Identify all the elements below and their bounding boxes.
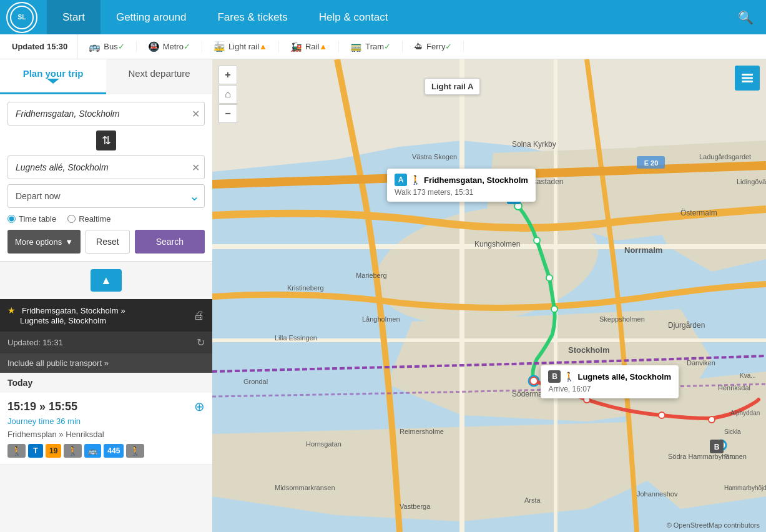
realtime-radio[interactable] xyxy=(67,215,76,223)
walk-icon-a: 🚶 xyxy=(410,175,421,185)
zoom-out-button[interactable]: − xyxy=(219,104,237,123)
svg-text:Grondal: Grondal xyxy=(243,378,268,385)
zoom-home-button[interactable]: ⌂ xyxy=(219,85,237,104)
svg-text:Långholmen: Långholmen xyxy=(362,315,400,323)
reset-button[interactable]: Reset xyxy=(86,230,130,254)
updated-info: Updated 15:30 xyxy=(0,34,77,59)
svg-text:Sickla: Sickla xyxy=(724,428,741,435)
nav-start[interactable]: Start xyxy=(47,0,101,34)
route-info: ★ Fridhemsgatan, Stockholm » Lugnets all… xyxy=(7,305,125,325)
filter-label: Include all public transport » xyxy=(7,358,109,368)
nav-getting-around[interactable]: Getting around xyxy=(101,0,202,34)
swap-button[interactable]: ⇅ xyxy=(96,131,116,150)
tab-next-label: Next departure xyxy=(128,68,190,79)
marker-b: B xyxy=(548,370,561,383)
radio-row: Time table Realtime xyxy=(7,214,205,224)
realtime-label: Realtime xyxy=(79,214,110,224)
buttons-row: More options ▼ Reset Search xyxy=(7,230,205,254)
collapse-area: ▲ xyxy=(0,262,212,299)
walk-badge-1: 🚶 xyxy=(7,444,26,458)
route-to: Lugnets allé, Stockholm xyxy=(20,316,106,325)
star-icon: ★ xyxy=(7,305,16,315)
tabs: Plan your trip Next departure xyxy=(0,59,212,94)
map-layers-button[interactable] xyxy=(735,66,760,91)
lightrail-popup-label: Light rail A xyxy=(431,82,473,91)
transport-rail[interactable]: 🚂 Rail ▲ xyxy=(279,41,339,52)
realtime-option[interactable]: Realtime xyxy=(67,214,110,224)
svg-text:Ladugårdsgardet: Ladugårdsgardet xyxy=(699,153,751,160)
depart-row: Depart now Depart at Arrive by ⌄ xyxy=(7,184,205,208)
transport-metro[interactable]: 🚇 Metro ✓ xyxy=(137,41,202,52)
zoom-in-button[interactable]: + xyxy=(219,66,237,84)
svg-point-10 xyxy=(546,275,552,281)
svg-text:Kva...: Kva... xyxy=(740,372,756,379)
from-input[interactable] xyxy=(7,102,205,126)
logo[interactable]: SL xyxy=(6,2,37,33)
svg-point-15 xyxy=(659,412,665,418)
svg-point-16 xyxy=(709,416,715,423)
more-options-button[interactable]: More options ▼ xyxy=(7,230,81,254)
updated-trip-label: Updated: 15:31 xyxy=(7,338,63,347)
trip-filter[interactable]: Include all public transport » xyxy=(0,353,212,373)
timetable-radio[interactable] xyxy=(7,215,16,223)
to-clear-icon[interactable]: ✕ xyxy=(192,162,200,174)
bus-label: Bus xyxy=(104,42,117,51)
sidebar: Plan your trip Next departure ✕ ⇅ ✕ xyxy=(0,59,212,532)
transport-ferry[interactable]: ⛴ Ferry ✓ xyxy=(403,41,464,52)
walk-badge-2: 🚶 xyxy=(64,444,82,458)
transport-tram[interactable]: 🚃 Tram ✓ xyxy=(339,41,403,52)
tab-plan-trip[interactable]: Plan your trip xyxy=(0,59,106,94)
transport-lightrail[interactable]: 🚋 Light rail ▲ xyxy=(202,41,279,52)
tab-next-departure[interactable]: Next departure xyxy=(106,59,212,94)
svg-rect-53 xyxy=(742,74,753,76)
from-clear-icon[interactable]: ✕ xyxy=(192,108,200,120)
tram-label: Tram xyxy=(365,42,384,51)
nav-help[interactable]: Help & contact xyxy=(303,0,404,34)
popup-b: B 🚶 Lugnets allé, Stockholm Arrive, 16:0… xyxy=(541,365,679,398)
print-icon[interactable]: 🖨 xyxy=(194,309,205,322)
svg-text:E 20: E 20 xyxy=(644,159,659,167)
journey-time-row: 15:19 » 15:55 ⊕ xyxy=(7,399,205,414)
map-attribution: © OpenStreetMap contributors xyxy=(667,521,760,529)
svg-text:Stockholm: Stockholm xyxy=(568,345,609,355)
ferry-label: Ferry xyxy=(426,42,445,51)
map-container[interactable]: E 20 xyxy=(212,59,766,532)
svg-text:Reimersholme: Reimersholme xyxy=(400,428,444,435)
transport-bus[interactable]: 🚌 Bus ✓ xyxy=(77,41,136,52)
svg-text:Marieberg: Marieberg xyxy=(356,272,387,279)
attribution-text: © OpenStreetMap contributors xyxy=(667,521,760,529)
add-journey-button[interactable]: ⊕ xyxy=(194,399,205,414)
tab-triangle xyxy=(47,79,59,84)
to-input[interactable] xyxy=(7,155,205,179)
metro-label: Metro xyxy=(163,42,184,51)
collapse-button[interactable]: ▲ xyxy=(91,269,122,292)
depart-select[interactable]: Depart now Depart at Arrive by xyxy=(7,184,205,208)
journey-duration: Journey time 36 min xyxy=(7,416,81,426)
popup-b-title: Lugnets allé, Stockholm xyxy=(577,372,671,382)
walk-badge-3: 🚶 xyxy=(126,444,144,458)
svg-rect-54 xyxy=(742,77,753,79)
metro-badge: T xyxy=(28,444,43,458)
header: SL Start Getting around Fares & tickets … xyxy=(0,0,766,34)
search-button[interactable]: Search xyxy=(135,230,205,254)
timetable-option[interactable]: Time table xyxy=(7,214,56,224)
svg-rect-55 xyxy=(742,81,753,82)
layers-icon xyxy=(740,71,754,85)
svg-text:Lidingövägen: Lidingövägen xyxy=(737,178,766,185)
svg-text:Solna Kyrkby: Solna Kyrkby xyxy=(512,140,556,149)
logo-text: SL xyxy=(18,14,26,21)
tab-plan-label: Plan your trip xyxy=(23,68,84,79)
lightrail-icon: 🚋 xyxy=(214,41,225,52)
today-text: Today xyxy=(7,378,32,388)
metro-icon: 🚇 xyxy=(148,41,160,52)
nav-fares[interactable]: Fares & tickets xyxy=(202,0,303,34)
svg-text:Skeppsholmen: Skeppsholmen xyxy=(599,315,645,323)
to-row: ✕ xyxy=(7,155,205,179)
search-icon[interactable]: 🔍 xyxy=(732,4,760,31)
more-options-label: More options xyxy=(15,237,62,247)
tram-icon: 🚃 xyxy=(350,41,362,52)
popup-a-label: A 🚶 Fridhemsgatan, Stockholm xyxy=(395,174,528,186)
refresh-icon[interactable]: ↻ xyxy=(197,337,205,348)
lightrail-popup: Light rail A xyxy=(425,78,480,95)
ferry-status: ✓ xyxy=(445,42,452,51)
